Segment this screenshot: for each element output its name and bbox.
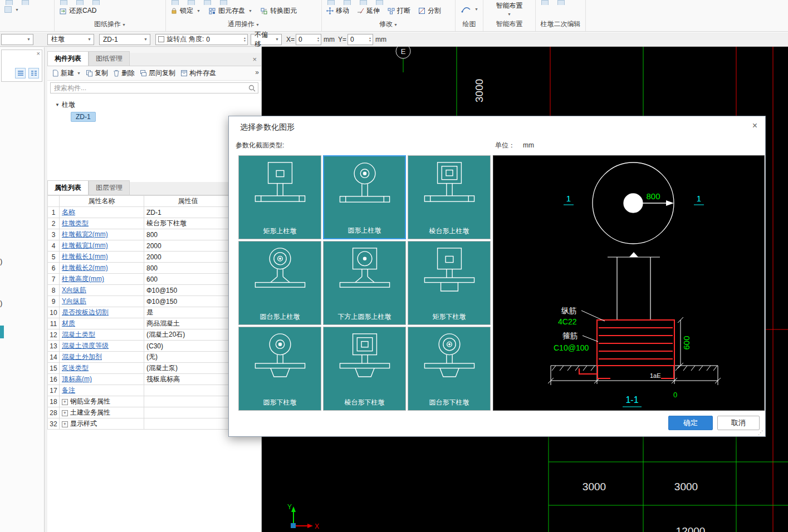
property-name-link[interactable]: 柱墩截宽1(mm) (62, 242, 108, 249)
property-name-link[interactable]: X向纵筋 (62, 286, 86, 294)
property-name-link[interactable]: 柱墩截长1(mm) (62, 253, 108, 260)
property-value[interactable]: (混凝土泵) (144, 363, 232, 374)
selected-tree-item[interactable]: ZD-1 (71, 112, 96, 122)
collapsed-tool-button[interactable]: ▼ (4, 6, 19, 13)
smart-layout-button[interactable]: 智能布置▼ (483, 2, 535, 18)
convert-element-button[interactable]: 转换图元 (260, 6, 297, 16)
property-name-link[interactable]: 柱墩截宽2(mm) (62, 230, 108, 238)
property-value[interactable]: 商品混凝土 (144, 318, 232, 329)
property-value[interactable]: 2000 (144, 252, 232, 263)
toolbar-group-label[interactable]: 图纸操作▼ (55, 19, 165, 29)
tile-rect-bottom-pier[interactable]: 矩形下柱墩 (408, 241, 491, 325)
draw-curve-button[interactable]: ▼ (461, 4, 478, 13)
tile-square-circle-top-pier[interactable]: 下方上圆形上柱墩 (323, 241, 406, 325)
layer-select[interactable]: ▼ (1, 34, 33, 45)
expand-plus-icon[interactable]: + (62, 410, 68, 416)
new-component-button[interactable]: 新建▼ (52, 68, 81, 78)
move-button[interactable]: 移动 (326, 6, 349, 16)
angle-spinner[interactable]: ▲▼ (243, 37, 246, 42)
property-name-link[interactable]: Y向纵筋 (62, 297, 86, 305)
save-element-button[interactable]: 图元存盘▼ (208, 6, 252, 16)
property-name-link[interactable]: 泵送类型 (62, 364, 89, 372)
rotate-point-checkbox[interactable] (158, 36, 164, 42)
spinner-down-icon[interactable]: ▼ (243, 40, 246, 42)
break-button[interactable]: 打断 (388, 6, 410, 16)
tile-circle-bottom-pier[interactable]: 圆形下柱墩 (238, 327, 321, 411)
offset-mode-select[interactable]: 不偏移▼ (251, 34, 282, 45)
y-input[interactable]: 0 ▲▼ (347, 34, 373, 45)
property-value[interactable] (144, 385, 232, 396)
toolbar-group-label[interactable]: 通用操作▼ (166, 19, 321, 29)
property-value[interactable]: 800 (144, 263, 232, 274)
close-icon[interactable]: × (252, 55, 257, 63)
property-value[interactable]: 棱台形下柱墩 (144, 218, 232, 229)
restore-cad-button[interactable]: 还原CAD (59, 6, 96, 16)
copy-component-button[interactable]: 复制 (86, 68, 108, 78)
detail-view-button[interactable] (28, 68, 39, 78)
property-value[interactable]: 600 (144, 274, 232, 285)
tile-circle-top-pier[interactable]: 圆形上柱墩 (323, 155, 406, 239)
close-icon[interactable]: × (37, 50, 40, 57)
element-name-select[interactable]: ZD-1▼ (99, 34, 150, 45)
property-value[interactable]: Φ10@150 (144, 285, 232, 296)
property-name-link[interactable]: 混凝土外加剂 (62, 353, 102, 361)
tile-cone-bottom-pier[interactable]: 圆台形下柱墩 (408, 327, 491, 411)
property-group-name[interactable]: 钢筋业务属性 (70, 397, 110, 405)
y-spinner[interactable]: ▲▼ (369, 37, 371, 42)
property-name-link[interactable]: 柱墩高度(mm) (62, 275, 104, 283)
extend-button[interactable]: 延伸 (357, 6, 380, 16)
property-value[interactable]: Φ10@150 (144, 296, 232, 307)
property-value[interactable]: 筏板底标高 (144, 374, 232, 385)
property-name-link[interactable]: 柱墩类型 (62, 219, 89, 227)
resize-grip[interactable]: ⋰ (758, 430, 763, 436)
property-value[interactable]: 2000 (144, 240, 232, 252)
tile-pyramid-top-pier[interactable]: 棱台形上柱墩 (408, 155, 491, 239)
list-view-button[interactable] (15, 68, 26, 78)
tab-property-list[interactable]: 属性列表 (47, 180, 89, 195)
rotate-point-field[interactable]: 旋转点 角度: 0 ▲▼ (155, 34, 248, 45)
property-value[interactable]: (无) (144, 352, 232, 363)
property-value[interactable]: 是 (144, 307, 232, 318)
search-input[interactable] (50, 82, 258, 93)
delete-component-button[interactable]: 删除 (113, 68, 135, 78)
tree-collapse-icon[interactable]: ▼ (55, 102, 60, 107)
property-name-link[interactable]: 顶标高(m) (62, 375, 92, 383)
more-tools-icon[interactable]: » (255, 68, 259, 76)
property-value[interactable]: 800 (144, 229, 232, 240)
property-value[interactable]: (C30) (144, 341, 232, 352)
toolbar-group-label[interactable]: 修改▼ (322, 19, 455, 29)
property-name-link[interactable]: 材质 (62, 319, 75, 327)
property-name-link[interactable]: 混凝土强度等级 (62, 342, 109, 349)
angle-value[interactable]: 0 (206, 36, 240, 43)
property-group-name[interactable]: 土建业务属性 (70, 408, 110, 416)
tile-rect-top-pier[interactable]: 矩形上柱墩 (238, 155, 321, 239)
property-value[interactable]: ZD-1 (144, 207, 232, 218)
expand-plus-icon[interactable]: + (62, 399, 68, 405)
ok-button[interactable]: 确定 (668, 416, 713, 430)
property-name-link[interactable]: 备注 (62, 386, 75, 394)
property-group-name[interactable]: 显示样式 (70, 420, 97, 427)
property-name-link[interactable]: 混凝土类型 (62, 331, 95, 338)
lock-button[interactable]: 锁定▼ (170, 6, 200, 16)
cancel-button[interactable]: 取消 (717, 416, 760, 430)
tab-component-list[interactable]: 构件列表 (47, 51, 89, 66)
expand-plus-icon[interactable]: + (62, 421, 68, 427)
tile-cone-top-pier[interactable]: 圆台形上柱墩 (238, 241, 321, 325)
tree-group-pier[interactable]: ▼柱墩 (47, 98, 261, 111)
property-name-link[interactable]: 柱墩截长2(mm) (62, 264, 108, 272)
save-component-button[interactable]: 构件存盘 (180, 68, 216, 78)
split-button[interactable]: 分割 (418, 6, 441, 16)
tab-drawing-management[interactable]: 图纸管理 (89, 51, 130, 66)
property-name-link[interactable]: 名称 (62, 208, 75, 216)
property-name-link[interactable]: 是否按板边切割 (62, 308, 109, 316)
layer-copy-button[interactable]: 层间复制 (140, 68, 175, 78)
close-icon[interactable]: × (752, 121, 757, 131)
property-value[interactable]: (混凝土20石) (144, 329, 232, 341)
tab-layer-management[interactable]: 图层管理 (89, 180, 130, 195)
x-input[interactable]: 0 ▲▼ (296, 34, 321, 45)
tile-pyramid-bottom-pier[interactable]: 棱台形下柱墩 (323, 327, 406, 411)
x-spinner[interactable]: ▲▼ (317, 37, 320, 42)
search-icon[interactable] (248, 85, 256, 92)
spinner-down-icon[interactable]: ▼ (369, 40, 371, 42)
element-type-select[interactable]: 柱墩▼ (47, 34, 94, 45)
